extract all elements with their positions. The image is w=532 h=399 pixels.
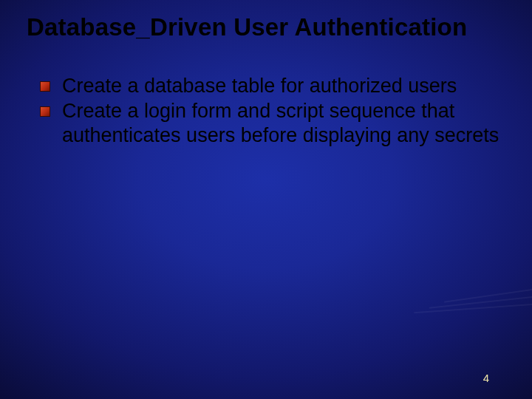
bullet-square-icon (40, 81, 50, 92)
decorative-streak (414, 304, 532, 313)
slide-body: Create a database table for authorized u… (38, 74, 502, 149)
bullet-text: Create a database table for authorized u… (62, 75, 457, 97)
page-number: 4 (483, 372, 489, 384)
slide-title: Database_Driven User Authentication (27, 13, 517, 41)
bullet-text: Create a login form and script sequence … (62, 100, 499, 146)
bullet-item: Create a login form and script sequence … (38, 99, 502, 147)
decorative-streak (444, 289, 532, 302)
slide: Database_Driven User Authentication Crea… (0, 0, 532, 399)
bullet-item: Create a database table for authorized u… (38, 74, 502, 98)
bullet-square-icon (40, 106, 50, 117)
